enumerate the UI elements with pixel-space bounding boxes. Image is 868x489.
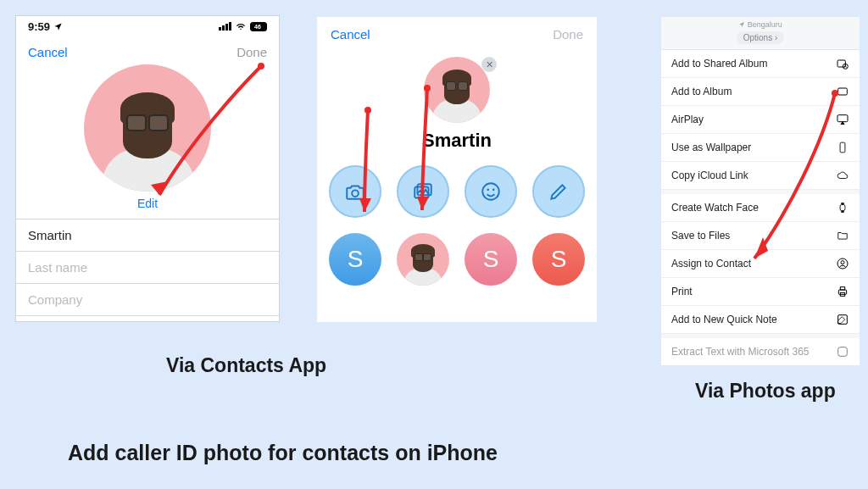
- action-label: Print: [671, 286, 693, 297]
- share-action-extract-text[interactable]: Extract Text with Microsoft 365: [661, 338, 860, 365]
- style-button[interactable]: [532, 165, 585, 218]
- svg-point-14: [845, 65, 846, 66]
- cancel-button[interactable]: Cancel: [28, 45, 68, 59]
- action-label: AirPlay: [671, 114, 704, 125]
- share-sheet-header: Bengaluru Options ›: [661, 17, 860, 50]
- svg-rect-18: [840, 142, 845, 153]
- first-name-field[interactable]: Smartin: [16, 219, 279, 251]
- contact-avatar-area: Edit: [16, 64, 279, 210]
- monogram-option-blue[interactable]: S: [329, 233, 381, 286]
- done-button[interactable]: Done: [553, 27, 583, 42]
- action-label: Copy iCloud Link: [671, 169, 748, 181]
- extract-text-icon: [836, 345, 849, 358]
- album-icon: [836, 85, 849, 98]
- svg-rect-16: [837, 115, 848, 122]
- airplay-icon: [836, 113, 849, 126]
- svg-rect-12: [837, 60, 845, 67]
- action-label: Assign to Contact: [671, 258, 751, 270]
- watch-icon: [836, 201, 849, 214]
- contacts-edit-panel: 9:59 46 Cancel Done Edit Smartin Last na…: [15, 15, 280, 322]
- battery-icon: 46: [250, 22, 267, 31]
- share-action-watch-face[interactable]: Create Watch Face: [661, 194, 860, 222]
- memoji-icon: [99, 94, 197, 192]
- photo-picker-panel: Cancel Done ✕ Smartin S S S: [317, 17, 597, 322]
- share-action-print[interactable]: Print: [661, 278, 860, 306]
- shared-album-icon: [836, 57, 849, 70]
- action-label: Save to Files: [671, 230, 730, 242]
- wifi-icon: [235, 22, 247, 31]
- pencil-icon: [548, 181, 570, 203]
- last-name-field[interactable]: Last name: [16, 251, 279, 283]
- share-action-quick-note[interactable]: Add to New Quick Note: [661, 306, 860, 334]
- svg-rect-21: [841, 211, 844, 213]
- memoji-option[interactable]: [397, 233, 449, 286]
- svg-rect-25: [840, 287, 844, 290]
- emoji-button[interactable]: [465, 165, 517, 218]
- svg-point-23: [841, 261, 844, 264]
- svg-rect-20: [841, 203, 844, 204]
- folder-icon: [836, 229, 849, 242]
- photo-library-icon: [412, 181, 434, 203]
- contact-name: Smartin: [422, 130, 492, 152]
- cancel-button[interactable]: Cancel: [331, 27, 370, 42]
- memoji-icon: [431, 70, 483, 123]
- memoji-icon: [403, 245, 443, 286]
- caption-contacts: Via Contacts App: [166, 354, 326, 377]
- contact-circle-icon: [836, 257, 849, 270]
- camera-button[interactable]: [329, 165, 381, 218]
- edit-photo-link[interactable]: Edit: [137, 197, 158, 210]
- svg-rect-15: [838, 88, 848, 95]
- share-action-airplay[interactable]: AirPlay: [661, 106, 860, 134]
- location-arrow-icon: [53, 22, 63, 31]
- action-label: Add to New Quick Note: [671, 314, 777, 325]
- location-label: Bengaluru: [738, 20, 782, 29]
- svg-point-7: [492, 189, 495, 192]
- share-action-wallpaper[interactable]: Use as Wallpaper: [661, 134, 860, 162]
- phone-outline-icon: [836, 141, 849, 154]
- cloud-icon: [836, 169, 849, 182]
- cell-signal-icon: [219, 22, 231, 31]
- svg-rect-24: [838, 290, 846, 294]
- photos-share-sheet: Bengaluru Options › Add to Shared Album …: [661, 17, 860, 351]
- share-action-add-album[interactable]: Add to Album: [661, 78, 860, 106]
- action-label: Use as Wallpaper: [671, 142, 751, 153]
- svg-rect-19: [840, 205, 845, 211]
- status-bar: 9:59 46: [16, 16, 279, 36]
- share-action-icloud-link[interactable]: Copy iCloud Link: [661, 162, 860, 190]
- status-time: 9:59: [28, 20, 63, 33]
- quick-note-icon: [836, 313, 849, 326]
- emoji-icon: [480, 181, 502, 203]
- contact-avatar[interactable]: [424, 57, 490, 123]
- done-button[interactable]: Done: [236, 45, 267, 59]
- photo-library-button[interactable]: [397, 165, 449, 218]
- svg-point-5: [482, 183, 499, 200]
- action-label: Extract Text with Microsoft 365: [671, 346, 810, 358]
- action-label: Create Watch Face: [671, 202, 759, 214]
- share-action-assign-contact[interactable]: Assign to Contact: [661, 250, 860, 278]
- camera-icon: [344, 181, 366, 203]
- contact-avatar[interactable]: [84, 64, 211, 192]
- caption-photos: Via Photos app: [695, 380, 836, 403]
- monogram-option-pink[interactable]: S: [465, 233, 517, 286]
- svg-rect-28: [838, 347, 848, 357]
- printer-icon: [836, 285, 849, 298]
- action-label: Add to Shared Album: [671, 58, 767, 69]
- svg-point-6: [487, 189, 489, 192]
- caption-main: Add caller ID photo for contacts on iPho…: [68, 441, 498, 465]
- share-action-save-files[interactable]: Save to Files: [661, 222, 860, 250]
- action-label: Add to Album: [671, 86, 732, 97]
- company-field[interactable]: Company: [16, 283, 279, 316]
- share-action-add-shared-album[interactable]: Add to Shared Album: [661, 50, 860, 78]
- svg-point-2: [352, 190, 359, 197]
- monogram-option-red[interactable]: S: [532, 233, 585, 286]
- location-arrow-icon: [738, 21, 745, 28]
- options-button[interactable]: Options ›: [737, 31, 785, 44]
